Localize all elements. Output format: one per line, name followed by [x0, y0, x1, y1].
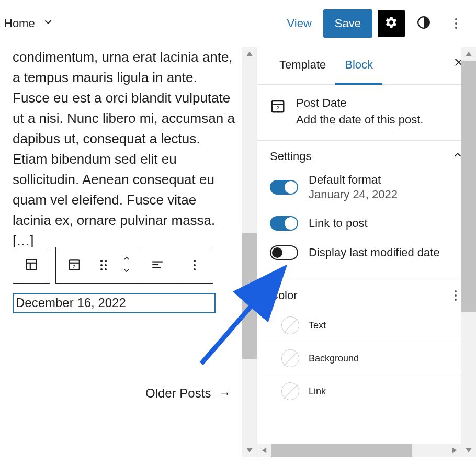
drag-handle[interactable] [93, 247, 115, 283]
svg-rect-1 [26, 259, 37, 270]
post-date-icon: 2 [67, 258, 81, 273]
scroll-thumb[interactable] [461, 61, 476, 312]
post-date-block[interactable]: December 16, 2022 [13, 293, 216, 313]
block-options-button[interactable] [176, 247, 213, 283]
main: condimentum, urna erat lacinia ante, a t… [0, 47, 476, 457]
tab-template[interactable]: Template [270, 48, 335, 85]
color-text-row[interactable]: Text [264, 309, 476, 342]
gear-icon [384, 16, 398, 31]
save-button[interactable]: Save [323, 9, 372, 38]
parent-block-button[interactable] [13, 247, 50, 283]
hscroll-thumb[interactable] [271, 444, 412, 457]
styles-button[interactable] [410, 10, 437, 37]
color-swatch-empty-icon [281, 316, 299, 334]
move-buttons[interactable] [115, 247, 139, 283]
scroll-up-button[interactable] [461, 47, 476, 61]
color-link-row[interactable]: Link [264, 375, 476, 407]
default-format-label: Default format [309, 173, 398, 187]
toggle-link-to-post[interactable] [270, 216, 298, 231]
scroll-left-button[interactable] [257, 444, 271, 457]
display-modified-label: Display last modified date [309, 246, 440, 259]
older-posts-label: Older Posts [145, 386, 211, 401]
svg-marker-20 [452, 447, 457, 453]
link-to-post-label: Link to post [309, 217, 368, 230]
setting-default-format: Default format January 24, 2022 [257, 166, 476, 209]
color-text-label: Text [309, 320, 326, 331]
post-content[interactable]: condimentum, urna erat lacinia ante, a t… [0, 47, 241, 251]
drag-icon [100, 260, 107, 270]
color-link-label: Link [309, 386, 326, 397]
color-panel: Color Text Background Link [257, 278, 476, 407]
block-header: 2 Post Date Add the date of this post. [257, 85, 476, 141]
kebab-icon [194, 260, 196, 270]
contrast-icon [417, 16, 430, 31]
scroll-right-button[interactable] [448, 444, 461, 457]
kebab-icon [455, 18, 457, 29]
chevron-up-icon [122, 254, 131, 265]
sidebar-scrollbar[interactable] [461, 47, 476, 457]
block-title: Post Date [296, 96, 423, 110]
block-type-button[interactable]: 2 [56, 247, 93, 283]
settings-title: Settings [270, 150, 312, 163]
chevron-down-icon [122, 266, 131, 277]
post-body-text: condimentum, urna erat lacinia ante, a t… [13, 47, 236, 251]
tab-block[interactable]: Block [335, 48, 382, 85]
arrow-right-icon: → [218, 386, 231, 401]
editor-scrollbar[interactable] [242, 47, 257, 457]
svg-marker-17 [466, 52, 471, 56]
color-swatch-empty-icon [281, 349, 299, 367]
color-title: Color [270, 289, 298, 302]
svg-marker-19 [262, 447, 266, 453]
kebab-icon [455, 290, 457, 301]
scroll-thumb[interactable] [242, 233, 257, 359]
settings-button[interactable] [378, 10, 405, 37]
toggle-display-modified[interactable] [270, 245, 298, 260]
home-label: Home [4, 17, 35, 30]
sidebar: Template Block 2 Post Date Add the date … [257, 47, 476, 457]
svg-marker-10 [246, 52, 252, 56]
view-button[interactable]: View [281, 12, 318, 36]
setting-link-to-post: Link to post [257, 209, 476, 238]
sidebar-tabs: Template Block [257, 47, 476, 85]
svg-text:2: 2 [276, 105, 279, 111]
post-date-icon: 2 [270, 98, 286, 114]
scroll-up-button[interactable] [242, 47, 257, 61]
svg-marker-11 [246, 448, 252, 452]
color-background-label: Background [309, 353, 359, 364]
topbar: Home View Save [0, 0, 476, 47]
scroll-down-button[interactable] [242, 444, 257, 457]
color-background-row[interactable]: Background [264, 342, 476, 375]
settings-panel-toggle[interactable]: Settings [257, 141, 476, 166]
color-panel-header: Color [257, 278, 476, 309]
sidebar-hscrollbar[interactable] [257, 444, 461, 457]
default-format-sub: January 24, 2022 [309, 188, 398, 201]
layout-icon [25, 258, 38, 273]
block-toolbar: 2 [13, 247, 213, 284]
align-left-icon [151, 258, 164, 273]
svg-marker-18 [466, 448, 471, 452]
home-dropdown[interactable]: Home [0, 16, 58, 31]
post-date-value: December 16, 2022 [16, 296, 126, 310]
scroll-down-button[interactable] [461, 444, 476, 457]
older-posts-link[interactable]: Older Posts → [145, 386, 231, 401]
chevron-down-icon [42, 16, 54, 31]
block-description: Add the date of this post. [296, 113, 423, 127]
topbar-actions: View Save [281, 9, 470, 38]
color-swatch-empty-icon [281, 382, 299, 400]
align-button[interactable] [139, 247, 176, 283]
settings-panel: Settings Default format January 24, 2022… [257, 141, 476, 278]
svg-text:2: 2 [73, 263, 75, 269]
options-button[interactable] [443, 10, 470, 37]
toggle-default-format[interactable] [270, 180, 298, 195]
setting-display-modified: Display last modified date [257, 238, 476, 267]
editor-pane: condimentum, urna erat lacinia ante, a t… [0, 47, 257, 457]
